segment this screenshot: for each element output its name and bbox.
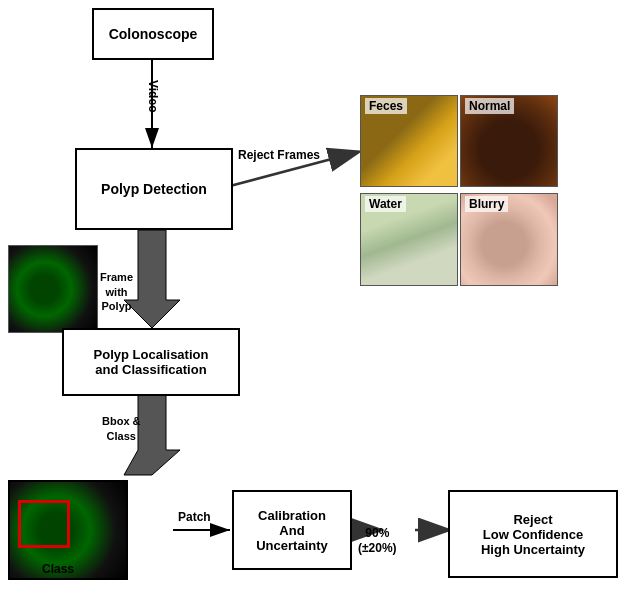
polyp-red-rectangle <box>18 500 70 548</box>
bbox-class-label: Bbox & Class <box>102 400 141 443</box>
water-image: Water <box>360 193 458 286</box>
feces-label: Feces <box>365 98 407 114</box>
feces-image: Feces <box>360 95 458 187</box>
calibration-label: Calibration And Uncertainty <box>256 508 328 553</box>
water-label: Water <box>365 196 406 212</box>
polyp-detection-box: Polyp Detection <box>75 148 233 230</box>
top-polyp-image <box>8 245 98 333</box>
class-label: Class <box>42 562 74 576</box>
calibration-box: Calibration And Uncertainty <box>232 490 352 570</box>
confidence-label: 90% (±20%) <box>358 510 397 557</box>
polyp-localisation-label: Polyp Localisation and Classification <box>94 347 209 377</box>
reject-box: Reject Low Confidence High Uncertainty <box>448 490 618 578</box>
polyp-detection-label: Polyp Detection <box>101 181 207 197</box>
video-label: Video <box>146 80 160 112</box>
frame-with-polyp-label: Frame with Polyp <box>100 256 133 313</box>
blurry-image: Blurry <box>460 193 558 286</box>
reject-frames-label: Reject Frames <box>238 148 320 162</box>
colonoscope-label: Colonoscope <box>109 26 198 42</box>
reject-label: Reject Low Confidence High Uncertainty <box>481 512 585 557</box>
patch-label: Patch <box>178 510 211 524</box>
polyp-localisation-box: Polyp Localisation and Classification <box>62 328 240 396</box>
normal-image: Normal <box>460 95 558 187</box>
colonoscope-box: Colonoscope <box>92 8 214 60</box>
normal-label: Normal <box>465 98 514 114</box>
diagram: Colonoscope Video Polyp Detection Reject… <box>0 0 640 591</box>
blurry-label: Blurry <box>465 196 508 212</box>
